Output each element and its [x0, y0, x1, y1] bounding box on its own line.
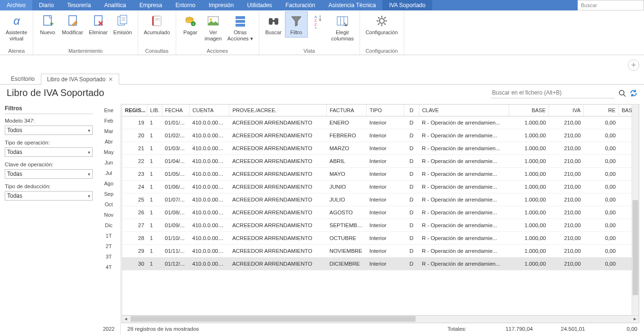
filter-select[interactable]: Todas	[5, 147, 93, 157]
period-year[interactable]: 2022	[101, 323, 116, 335]
period-abr[interactable]: Abr	[97, 136, 120, 147]
menu-facturacin[interactable]: Facturación	[279, 0, 322, 10]
table-row[interactable]: 19101/01/...410.0.0.00002ACREEDOR ARREND…	[122, 116, 639, 129]
menu-empresa[interactable]: Empresa	[133, 0, 169, 10]
gear-icon	[374, 13, 389, 29]
col-lib[interactable]: LIB.	[147, 105, 162, 116]
ribbon-pagar-button[interactable]: +Pagar	[179, 11, 202, 38]
period-ene[interactable]: Ene	[97, 105, 120, 115]
table-row[interactable]: 20101/02/...410.0.0.00002ACREEDOR ARREND…	[122, 129, 639, 142]
add-tab-button[interactable]: +	[628, 59, 639, 71]
global-search-input[interactable]: Buscar	[578, 0, 644, 10]
ribbon-group-label: Atenea	[3, 47, 30, 55]
col-tipo[interactable]: TIPO	[367, 105, 404, 116]
menu-archivo[interactable]: Archivo	[0, 0, 32, 10]
ribbon-eliminar-button[interactable]: Eliminar	[86, 11, 111, 38]
menu-entorno[interactable]: Entorno	[169, 0, 202, 10]
ribbon-columnas-button[interactable]: Elegir columnas	[329, 11, 357, 44]
refresh-icon[interactable]	[630, 89, 637, 97]
filter-select[interactable]: Todas	[5, 191, 93, 201]
ribbon-otras-button[interactable]: Otras Acciones ▾	[225, 11, 256, 44]
table-row[interactable]: 22101/04/...410.0.0.00002ACREEDOR ARREND…	[122, 155, 639, 168]
table-row[interactable]: 23101/05/...410.0.0.00002ACREEDOR ARREND…	[122, 168, 639, 181]
menu-diario[interactable]: Diario	[32, 0, 60, 10]
scrollbar-thumb[interactable]	[131, 316, 416, 322]
period-jul[interactable]: Jul	[97, 168, 120, 178]
cell-cuenta: 410.0.0.00002	[189, 258, 229, 270]
cell-cuenta: 410.0.0.00002	[189, 219, 229, 232]
period-1t[interactable]: 1T	[97, 230, 120, 241]
file-search-input[interactable]	[491, 87, 615, 98]
period-mar[interactable]: Mar	[97, 126, 120, 136]
col-base[interactable]: BASE	[509, 105, 549, 116]
col-d[interactable]: D	[404, 105, 419, 116]
period-oct[interactable]: Oct	[97, 199, 120, 210]
scroll-left-icon[interactable]: ◄	[122, 316, 130, 322]
ribbon-acumulado-button[interactable]: Acumulado	[141, 11, 173, 38]
filter-select[interactable]: Todas	[5, 169, 93, 179]
funnel-icon	[289, 13, 304, 29]
cell-base: 1.000,00	[509, 206, 549, 219]
tab-escritorio[interactable]: Escritorio	[5, 73, 41, 84]
table-row[interactable]: 25101/07/...410.0.0.00002ACREEDOR ARREND…	[122, 193, 639, 206]
col-factura[interactable]: FACTURA	[327, 105, 367, 116]
filter-select[interactable]: Todos	[5, 125, 93, 135]
table-row[interactable]: 28101/10/...410.0.0.00002ACREEDOR ARREND…	[122, 232, 639, 245]
table-row[interactable]: 30101/12/...410.0.0.00002ACREEDOR ARREND…	[122, 258, 639, 270]
menu-ivasoportado[interactable]: IVA Soportado	[382, 0, 432, 10]
cell-tipo: Interior	[367, 168, 404, 181]
ribbon-emision-button[interactable]: Emisión	[111, 11, 135, 38]
cell-cuenta: 410.0.0.00002	[189, 168, 229, 181]
period-3t[interactable]: 3T	[97, 251, 120, 262]
period-nov[interactable]: Nov	[97, 210, 120, 220]
search-icon[interactable]	[618, 89, 626, 97]
menu-analtica[interactable]: Analítica	[97, 0, 133, 10]
table-row[interactable]: 29101/11/...410.0.0.00002ACREEDOR ARREND…	[122, 245, 639, 258]
horizontal-scrollbar[interactable]: ◄ ►	[122, 316, 639, 323]
ribbon-nuevo-button[interactable]: +Nuevo	[36, 11, 59, 38]
ribbon-modificar-button[interactable]: Modificar	[59, 11, 86, 38]
ribbon-ordenar-button[interactable]: AZZA	[308, 11, 329, 30]
tab-libro-de-iva-soportado[interactable]: Libro de IVA Soportado✕	[41, 74, 119, 85]
table-row[interactable]: 21101/03/...410.0.0.00002ACREEDOR ARREND…	[122, 142, 639, 155]
col-clave[interactable]: CLAVE	[419, 105, 509, 116]
scrollbar-thumb[interactable]	[633, 200, 638, 295]
period-2t[interactable]: 2T	[97, 241, 120, 251]
menu-tesorera[interactable]: Tesorería	[60, 0, 97, 10]
ribbon-config-button[interactable]: Configuración	[363, 11, 401, 38]
table-row[interactable]: 24101/06/...410.0.0.00002ACREEDOR ARREND…	[122, 181, 639, 193]
col-re[interactable]: RE	[584, 105, 619, 116]
period-ago[interactable]: Ago	[97, 178, 120, 189]
period-4t[interactable]: 4T	[97, 262, 120, 272]
col-fecha[interactable]: FECHA	[162, 105, 189, 116]
col-regis[interactable]: REGIS...	[122, 105, 147, 116]
cell-clave: R - Operación de arrendamien...	[419, 258, 509, 270]
period-dic[interactable]: Dic	[97, 220, 120, 230]
cell-base: 1.000,00	[509, 168, 549, 181]
ribbon-btn-label: Configuración	[366, 29, 398, 36]
ribbon-buscar-button[interactable]: Buscar	[262, 11, 285, 38]
ribbon-asistente-button[interactable]: αAsistente virtual	[3, 11, 30, 44]
col-iva[interactable]: IVA	[549, 105, 584, 116]
menu-utilidades[interactable]: Utilidades	[240, 0, 279, 10]
period-jun[interactable]: Jun	[97, 157, 120, 168]
ribbon-filtro-button[interactable]: Filtro	[285, 11, 308, 38]
scroll-right-icon[interactable]: ►	[631, 316, 639, 322]
doc-lines-icon	[115, 13, 130, 29]
ribbon-group-label: Consultas	[141, 47, 173, 55]
menu-impresin[interactable]: Impresión	[202, 0, 240, 10]
col-cuenta[interactable]: CUENTA	[189, 105, 229, 116]
table-row[interactable]: 26101/08/...410.0.0.00002ACREEDOR ARREND…	[122, 206, 639, 219]
cell-tipo: Interior	[367, 232, 404, 245]
ribbon-ver-imagen-button[interactable]: Ver imagen	[202, 11, 225, 44]
table-row[interactable]: 27101/09/...410.0.0.00002ACREEDOR ARREND…	[122, 219, 639, 232]
cell-tipo: Interior	[367, 181, 404, 193]
cell-lib: 1	[147, 142, 162, 155]
col-provee[interactable]: PROVEE./ACREE.	[229, 105, 327, 116]
menu-asistenciatcnica[interactable]: Asistencia Técnica	[322, 0, 383, 10]
period-sep[interactable]: Sep	[97, 189, 120, 199]
close-icon[interactable]: ✕	[108, 76, 113, 83]
period-may[interactable]: May	[97, 147, 120, 157]
vertical-scrollbar[interactable]	[632, 105, 639, 315]
period-feb[interactable]: Feb	[97, 115, 120, 126]
